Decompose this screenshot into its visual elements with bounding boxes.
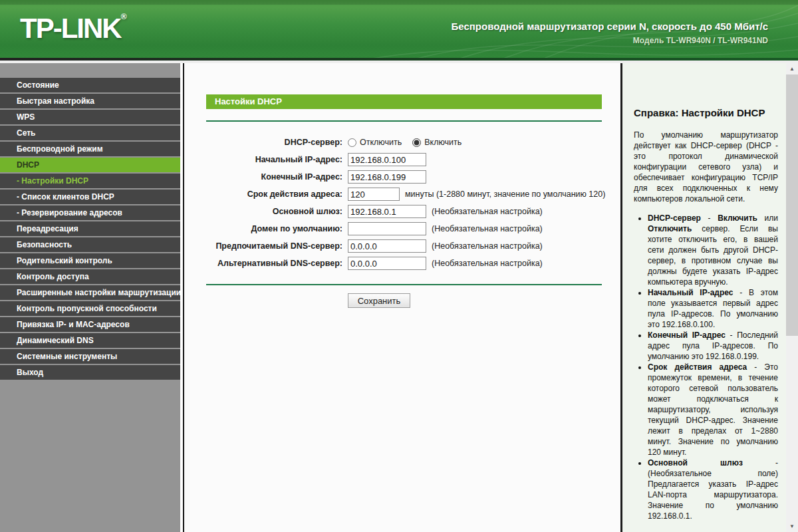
header-banner: TP-LINK® Беспроводной маршрутизатор сери… (0, 0, 798, 58)
field-label: Начальный IP-адрес: (206, 155, 342, 164)
field-note: (Необязательная настройка) (432, 224, 543, 233)
sidebar-item[interactable]: - Список клиентов DHCP (0, 190, 180, 204)
save-button[interactable]: Сохранить (348, 293, 410, 308)
dhcp-enable-radio[interactable] (412, 138, 421, 147)
sidebar-item[interactable]: DHCP (0, 158, 180, 172)
help-bullet: Основной шлюз - (Необязательное поле) Пр… (648, 458, 778, 521)
main-inner: Настойки DHCP DHCP-сервер: Отключить Вкл… (184, 63, 602, 308)
dhcp-enable-label: Включить (424, 138, 462, 147)
field-note: (Необязательная настройка) (432, 207, 543, 216)
tplink-logo: TP-LINK® (20, 12, 127, 45)
sidebar-menu: СостояниеБыстрая настройкаWPSСетьБеспров… (0, 63, 180, 532)
sidebar-item[interactable]: Контроль пропускной способности (0, 301, 180, 316)
sidebar-item[interactable]: Родительский контроль (0, 253, 180, 268)
field-input[interactable] (348, 257, 426, 270)
sidebar-item[interactable]: - Резервирование адресов (0, 205, 180, 220)
header-text: Беспроводной маршрутизатор серии N, скор… (451, 21, 768, 45)
field-input[interactable] (348, 205, 426, 218)
field-note: (Необязательная настройка) (432, 241, 543, 251)
form-row: Альтернативный DNS-сервер:(Необязательна… (206, 255, 602, 272)
dhcp-settings-form: DHCP-сервер: Отключить Включить Начальны… (206, 134, 602, 272)
form-row: Предпочитаемый DNS-сервер:(Необязательна… (206, 237, 602, 255)
sidebar-item[interactable]: Быстрая настройка (0, 94, 180, 108)
sidebar-item[interactable]: Расширенные настройки маршрутизации (0, 285, 180, 300)
dhcp-disable-label: Отключить (360, 138, 402, 147)
field-input[interactable] (348, 170, 426, 184)
registered-mark-icon: ® (121, 12, 127, 21)
field-label: Конечный IP-адрес: (206, 172, 342, 182)
field-note: (Необязательная настройка) (432, 259, 543, 268)
divider-top (206, 120, 602, 122)
dhcp-disable-radio[interactable] (348, 138, 356, 147)
field-label: Домен по умолчанию: (206, 224, 342, 233)
field-label: Основной шлюз: (206, 207, 342, 216)
help-bullet: Конечный IP-адрес - Последний адрес пула… (648, 330, 778, 362)
sidebar-item[interactable]: Контроль доступа (0, 269, 180, 284)
sidebar-item[interactable]: Привязка IP- и MAC-адресов (0, 317, 180, 332)
sidebar-item[interactable]: Беспроводной режим (0, 142, 180, 156)
chevron-down-icon: ▼ (789, 524, 795, 529)
sidebar-item[interactable]: Динамический DNS (0, 333, 180, 348)
divider-bottom (206, 284, 602, 285)
form-row: Конечный IP-адрес: (206, 168, 602, 186)
main-content: Настойки DHCP DHCP-сервер: Отключить Вкл… (184, 63, 620, 532)
scrollbar-up-button[interactable]: ▲ (786, 63, 798, 74)
dhcp-server-label: DHCP-сервер: (206, 138, 342, 147)
form-row: Начальный IP-адрес: (206, 151, 602, 168)
field-input[interactable] (348, 188, 400, 201)
field-input[interactable] (348, 222, 426, 235)
form-row: Домен по умолчанию:(Необязательная настр… (206, 220, 602, 237)
scrollbar-thumb[interactable] (786, 74, 798, 336)
help-bullet: Срок действия адреса - Это промежуток вр… (648, 362, 778, 458)
header: TP-LINK® Беспроводной маршрутизатор сери… (0, 0, 798, 63)
sidebar-item[interactable]: Переадресация (0, 221, 180, 236)
help-bullet: Начальный IP-адрес - В этом поле указыва… (648, 287, 778, 330)
field-label: Срок действия адреса: (206, 190, 342, 199)
sidebar-item[interactable]: Системные инструменты (0, 349, 180, 364)
router-admin-page: TP-LINK® Беспроводной маршрутизатор сери… (0, 0, 798, 532)
chevron-up-icon: ▲ (789, 66, 795, 72)
help-panel: Справка: Настройки DHCP По умолчанию мар… (622, 63, 786, 532)
field-input[interactable] (348, 239, 426, 253)
dhcp-server-radio-group: Отключить Включить (348, 138, 462, 147)
sidebar-item[interactable]: Безопасность (0, 237, 180, 252)
form-row: Срок действия адреса:минуты (1-2880 мину… (206, 186, 602, 203)
scrollbar-down-button[interactable]: ▼ (786, 521, 798, 532)
sidebar-item[interactable]: Состояние (0, 78, 180, 92)
page-title-banner: Настойки DHCP (206, 94, 602, 109)
logo-text: TP-LINK (20, 13, 121, 44)
help-bullet-list: DHCP-сервер - Включить или Отключить сер… (634, 213, 778, 521)
page-title: Настойки DHCP (215, 96, 282, 106)
sidebar-item[interactable]: - Настройки DHCP (0, 174, 180, 188)
form-row: Основной шлюз:(Необязательная настройка) (206, 203, 602, 220)
router-tagline: Беспроводной маршрутизатор серии N, скор… (451, 21, 768, 32)
field-label: Предпочитаемый DNS-сервер: (206, 241, 342, 251)
sidebar-item[interactable]: Выход (0, 365, 180, 380)
form-rows: Начальный IP-адрес:Конечный IP-адрес:Сро… (206, 151, 602, 272)
help-bullet: DHCP-сервер - Включить или Отключить сер… (648, 213, 778, 287)
field-label: Альтернативный DNS-сервер: (206, 259, 342, 268)
help-title: Справка: Настройки DHCP (634, 107, 778, 118)
field-input[interactable] (348, 153, 426, 166)
dhcp-server-row: DHCP-сервер: Отключить Включить (206, 134, 602, 151)
field-note: минуты (1-2880 минут, значение по умолча… (405, 190, 605, 199)
sidebar-item[interactable]: Сеть (0, 126, 180, 140)
sidebar-item[interactable]: WPS (0, 110, 180, 124)
help-scrollbar[interactable]: ▲ ▼ (786, 63, 798, 532)
help-intro: По умолчанию маршрутизатор действует как… (634, 130, 778, 204)
router-model: Модель TL-WR940N / TL-WR941ND (451, 36, 768, 45)
